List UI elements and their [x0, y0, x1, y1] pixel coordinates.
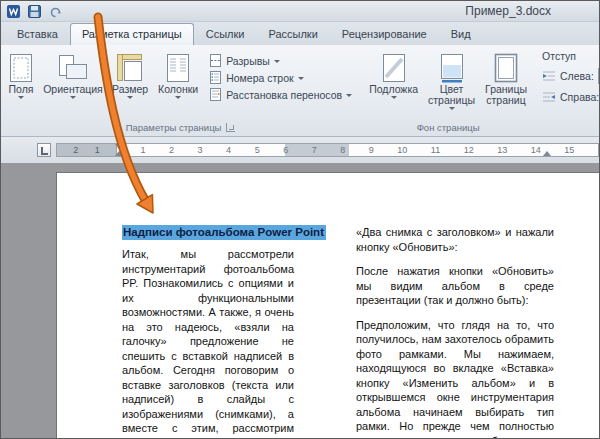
watermark-button[interactable]: Подложка	[364, 49, 423, 100]
ruler-text-section: 1 2 3 4 5 6 7 8 9 10 11 12 13 14 15	[116, 143, 599, 157]
word-app-icon[interactable]	[6, 4, 21, 19]
indent-left-field[interactable]: Слева:	[542, 68, 600, 84]
group-page-background: Подложка Цвет страницы Границы страниц Ф…	[362, 46, 534, 136]
paragraph[interactable]: Итак, мы рассмотрели инструментарий фото…	[122, 247, 294, 439]
dropdown-arrow-icon	[391, 96, 397, 99]
indent-right-icon	[542, 91, 556, 103]
tab-references[interactable]: Ссылки	[194, 23, 257, 45]
ribbon-tab-bar: Вставка Разметка страницы Ссылки Рассылк…	[1, 22, 599, 45]
horizontal-ruler[interactable]: 2 1 1 2 3 4 5 6 7 8 9 10 11 12 13	[56, 143, 599, 157]
line-numbers-icon	[209, 71, 222, 84]
tab-view[interactable]: Вид	[439, 23, 483, 45]
document-page[interactable]: Надписи фотоальбома Power Point Итак, мы…	[56, 172, 599, 439]
text-column-right: «Два снимка с заголовком» и нажали кнопк…	[356, 225, 554, 439]
dialog-launcher-icon[interactable]	[226, 123, 235, 132]
tab-page-layout[interactable]: Разметка страницы	[70, 23, 194, 45]
dropdown-arrow-icon	[298, 77, 304, 80]
ruler-indent-marker[interactable]	[543, 151, 551, 156]
group-paragraph-indent: Отступ Слева: Справа:	[536, 46, 600, 136]
orientation-button[interactable]: Ориентация	[39, 49, 107, 100]
margins-button[interactable]: Поля	[3, 49, 39, 100]
dropdown-arrow-icon	[274, 60, 280, 63]
dropdown-arrow-icon	[127, 96, 133, 99]
paragraph[interactable]: Предположим, что глядя на то, что получи…	[356, 318, 554, 439]
group-label-page-setup: Параметры страницы	[1, 120, 360, 136]
indent-label: Отступ	[542, 50, 600, 62]
document-area: Надписи фотоальбома Power Point Итак, мы…	[1, 163, 599, 439]
breaks-button[interactable]: Разрывы	[209, 54, 352, 67]
size-icon	[116, 51, 144, 84]
paragraph[interactable]: «Два снимка с заголовком» и нажали кнопк…	[356, 225, 554, 254]
orientation-icon	[58, 51, 88, 84]
ribbon: Поля Ориентация Размер	[1, 45, 599, 137]
ruler-indent-marker[interactable]	[115, 151, 123, 156]
quick-access-toolbar	[6, 4, 63, 19]
ruler-indent-marker[interactable]	[115, 144, 123, 149]
group-page-setup: Поля Ориентация Размер	[1, 46, 360, 136]
page-borders-button[interactable]: Границы страниц	[480, 49, 532, 107]
group-label-page-background: Фон страницы	[362, 120, 534, 136]
dropdown-arrow-icon	[18, 96, 24, 99]
hyphenation-button[interactable]: Расстановка переносов	[209, 88, 352, 101]
page-color-button[interactable]: Цвет страницы	[423, 49, 480, 111]
word-window: Пример_3.docx Вставка Разметка страницы …	[0, 0, 600, 439]
page-color-icon	[439, 51, 465, 84]
columns-icon	[165, 51, 191, 84]
tab-stop-selector[interactable]	[37, 143, 51, 157]
indent-left-icon	[542, 70, 556, 82]
tab-insert[interactable]: Вставка	[5, 23, 70, 45]
dropdown-arrow-icon	[346, 94, 352, 97]
watermark-icon	[381, 51, 407, 84]
paragraph[interactable]: После нажатия кнопки «Обновить» мы видим…	[356, 264, 554, 308]
tab-review[interactable]: Рецензирование	[330, 23, 439, 45]
dropdown-arrow-icon	[449, 107, 455, 110]
ruler-row: 2 1 1 2 3 4 5 6 7 8 9 10 11 12 13	[1, 137, 599, 163]
page-borders-icon	[493, 51, 519, 84]
line-numbers-button[interactable]: Номера строк	[209, 71, 352, 84]
save-icon[interactable]	[27, 4, 42, 19]
indent-right-field[interactable]: Справа:	[542, 89, 600, 105]
columns-button[interactable]: Колонки	[153, 49, 203, 100]
ruler-margin-section: 2 1	[56, 143, 116, 157]
tab-mailings[interactable]: Рассылки	[256, 23, 329, 45]
title-bar: Пример_3.docx	[1, 1, 599, 22]
size-button[interactable]: Размер	[107, 49, 153, 100]
breaks-icon	[209, 54, 222, 67]
margins-icon	[8, 51, 34, 84]
document-heading-selected[interactable]: Надписи фотоальбома Power Point	[122, 225, 326, 240]
undo-icon[interactable]	[48, 4, 63, 19]
text-column-left: Надписи фотоальбома Power Point Итак, мы…	[122, 225, 294, 439]
window-title: Пример_3.docx	[465, 4, 551, 18]
dropdown-arrow-icon	[70, 96, 76, 99]
dropdown-arrow-icon	[175, 96, 181, 99]
hyphenation-icon	[209, 88, 222, 101]
